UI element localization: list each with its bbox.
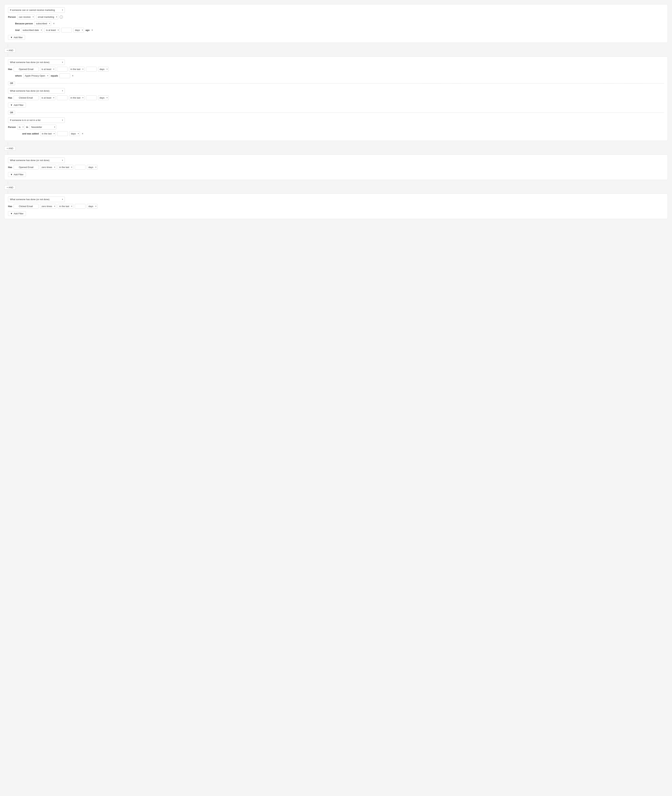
opened-email-container-5[interactable]: Opened Email xyxy=(14,165,38,170)
apple-privacy-select[interactable]: Apple Privacy Open xyxy=(23,73,50,78)
subscribed-select[interactable]: subscribed xyxy=(34,21,51,26)
top-select-wrapper-3[interactable]: What someone has done (or not done) xyxy=(8,88,65,94)
in-the-last-wrapper-4[interactable]: in the last xyxy=(40,131,56,136)
add-filter-label-5: Add Filter xyxy=(14,173,24,176)
email-marketing-wrapper[interactable]: email marketing xyxy=(36,14,58,19)
condition-wrapper-6[interactable]: zero times xyxy=(40,204,56,209)
add-filter-btn-5[interactable]: ▼ Add Filter xyxy=(8,172,26,177)
condition-select-5[interactable]: zero times xyxy=(40,165,56,170)
has-label-3: Has xyxy=(8,96,12,99)
newsletter-select[interactable]: Newsletter xyxy=(30,125,56,130)
and-was-added-unit-wrapper[interactable]: days xyxy=(69,131,80,136)
can-receive-select[interactable]: can receive xyxy=(17,14,35,19)
unit-select-6[interactable]: days xyxy=(87,204,98,209)
unit-select-1[interactable]: days xyxy=(74,28,84,32)
add-filter-btn-6[interactable]: ▼ Add Filter xyxy=(8,211,26,216)
top-select-wrapper-1[interactable]: If someone can or cannot receive marketi… xyxy=(8,7,65,13)
email-marketing-select[interactable]: email marketing xyxy=(36,14,58,19)
unit-wrapper-5[interactable]: days xyxy=(87,165,98,170)
time-condition-wrapper-6[interactable]: in the last xyxy=(58,204,74,209)
because-close-btn[interactable]: × xyxy=(53,22,55,25)
top-select-1[interactable]: If someone can or cannot receive marketi… xyxy=(8,7,65,13)
top-select-wrapper-5[interactable]: What someone has done (or not done) xyxy=(8,157,65,163)
and-btn-2[interactable]: + AND xyxy=(4,146,16,151)
unit-select-2[interactable]: days xyxy=(98,67,109,72)
person-label-4: Person xyxy=(8,126,16,128)
and-was-added-close-btn[interactable]: × xyxy=(82,132,84,135)
time-condition-select-2[interactable]: in the last xyxy=(69,67,85,72)
and-close-btn-1[interactable]: × xyxy=(91,29,93,32)
top-select-wrapper-4[interactable]: If someone is in or not in a list xyxy=(8,117,65,123)
newsletter-wrapper[interactable]: Newsletter xyxy=(30,125,56,130)
is-select[interactable]: is xyxy=(17,125,25,130)
filter-icon-6: ▼ xyxy=(10,212,13,215)
top-select-6[interactable]: What someone has done (or not done) xyxy=(8,197,65,202)
can-receive-wrapper[interactable]: can receive xyxy=(17,14,35,19)
info-icon-1[interactable]: i xyxy=(60,16,63,19)
add-filter-btn-3[interactable]: ▼ Add Filter xyxy=(8,103,26,107)
clicked-email-container[interactable]: Clicked Email xyxy=(14,95,38,100)
condition-select-6[interactable]: zero times xyxy=(40,204,56,209)
clicked-email-select[interactable]: Clicked Email xyxy=(14,95,38,100)
time-value-input-3[interactable]: 90 xyxy=(86,95,97,100)
condition-wrapper-2[interactable]: is at least xyxy=(40,67,55,72)
clicked-email-select-6[interactable]: Clicked Email xyxy=(14,204,38,209)
top-select-3[interactable]: What someone has done (or not done) xyxy=(8,88,65,94)
and-was-added-unit-select[interactable]: days xyxy=(69,131,80,136)
clicked-email-container-6[interactable]: Clicked Email xyxy=(14,204,38,209)
top-select-wrapper-2[interactable]: What someone has done (or not done) xyxy=(8,59,65,65)
and-btn-1[interactable]: + AND xyxy=(4,48,16,53)
unit-wrapper-6[interactable]: days xyxy=(87,204,98,209)
value-input-2[interactable]: 1 xyxy=(57,67,67,72)
time-condition-select-3[interactable]: in the last xyxy=(69,95,85,100)
add-filter-btn-1[interactable]: ▼ Add filter xyxy=(8,35,25,40)
condition-wrapper-3[interactable]: is at least xyxy=(40,95,55,100)
time-condition-select-6[interactable]: in the last xyxy=(58,204,74,209)
opened-email-container[interactable]: Opened Email xyxy=(14,67,38,72)
unit-wrapper-1[interactable]: days xyxy=(74,28,84,32)
unit-select-5[interactable]: days xyxy=(87,165,98,170)
top-select-5[interactable]: What someone has done (or not done) xyxy=(8,157,65,163)
opened-email-select-5[interactable]: Opened Email xyxy=(14,165,38,170)
unit-wrapper-3[interactable]: days xyxy=(98,95,109,100)
condition-wrapper-5[interactable]: zero times xyxy=(40,165,56,170)
time-condition-wrapper-3[interactable]: in the last xyxy=(69,95,85,100)
is-wrapper[interactable]: is xyxy=(17,125,25,130)
apple-privacy-wrapper[interactable]: Apple Privacy Open xyxy=(23,73,50,78)
value-input-1[interactable]: 60 xyxy=(61,28,72,32)
time-condition-wrapper-5[interactable]: in the last xyxy=(58,165,74,170)
top-select-wrapper-6[interactable]: What someone has done (or not done) xyxy=(8,197,65,202)
time-condition-wrapper-2[interactable]: in the last xyxy=(69,67,85,72)
and-row-1: And subscribed date is at least 60 days … xyxy=(15,28,664,32)
condition-select-2[interactable]: is at least xyxy=(40,67,55,72)
and-btn-3[interactable]: + AND xyxy=(4,185,16,190)
because-person-label: Because person xyxy=(15,22,33,25)
and-was-added-label: and was added xyxy=(22,132,39,135)
time-value-input-2[interactable]: 90 xyxy=(86,67,97,72)
unit-select-3[interactable]: days xyxy=(98,95,109,100)
condition-select-3[interactable]: is at least xyxy=(40,95,55,100)
false-input[interactable]: False xyxy=(59,73,70,78)
date-field-wrapper[interactable]: subscribed date xyxy=(21,28,43,32)
time-condition-select-5[interactable]: in the last xyxy=(58,165,74,170)
top-select-2[interactable]: What someone has done (or not done) xyxy=(8,59,65,65)
has-row-3: Has Clicked Email is at least 1 in the l… xyxy=(8,95,664,100)
subscribed-wrapper[interactable]: subscribed xyxy=(34,21,51,26)
unit-wrapper-2[interactable]: days xyxy=(98,67,109,72)
where-close-btn[interactable]: × xyxy=(72,74,74,77)
date-field-select[interactable]: subscribed date xyxy=(21,28,43,32)
time-value-input-5[interactable]: 60 xyxy=(75,165,85,170)
top-select-row-3: What someone has done (or not done) xyxy=(8,88,664,94)
has-label-6: Has xyxy=(8,205,12,208)
where-label-1: where xyxy=(15,74,22,77)
in-the-last-select-4[interactable]: in the last xyxy=(40,131,56,136)
and-label-1: And xyxy=(15,29,19,31)
opened-email-select[interactable]: Opened Email xyxy=(14,67,38,72)
top-select-4[interactable]: If someone is in or not in a list xyxy=(8,117,65,123)
value-input-3[interactable]: 1 xyxy=(57,95,67,100)
time-value-input-6[interactable]: 60 xyxy=(75,204,85,209)
condition-wrapper-1[interactable]: is at least xyxy=(45,28,60,32)
condition-select-1[interactable]: is at least xyxy=(45,28,60,32)
top-select-row-4: If someone is in or not in a list xyxy=(8,117,664,123)
and-was-added-value[interactable]: 90 xyxy=(57,131,68,136)
